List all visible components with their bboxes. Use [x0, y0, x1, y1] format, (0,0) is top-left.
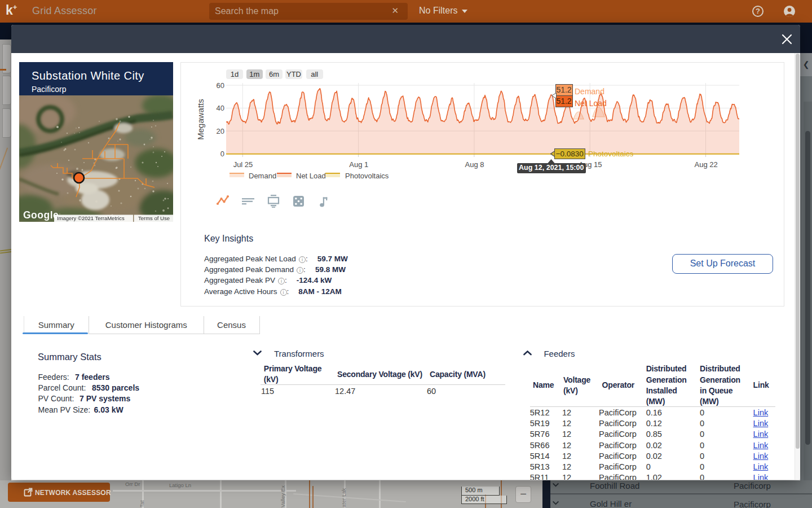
svg-text:Terms of Use: Terms of Use — [138, 215, 170, 221]
svg-text:Imagery ©2021 TerraMetrics: Imagery ©2021 TerraMetrics — [57, 215, 125, 221]
svg-text:Google: Google — [23, 209, 59, 221]
